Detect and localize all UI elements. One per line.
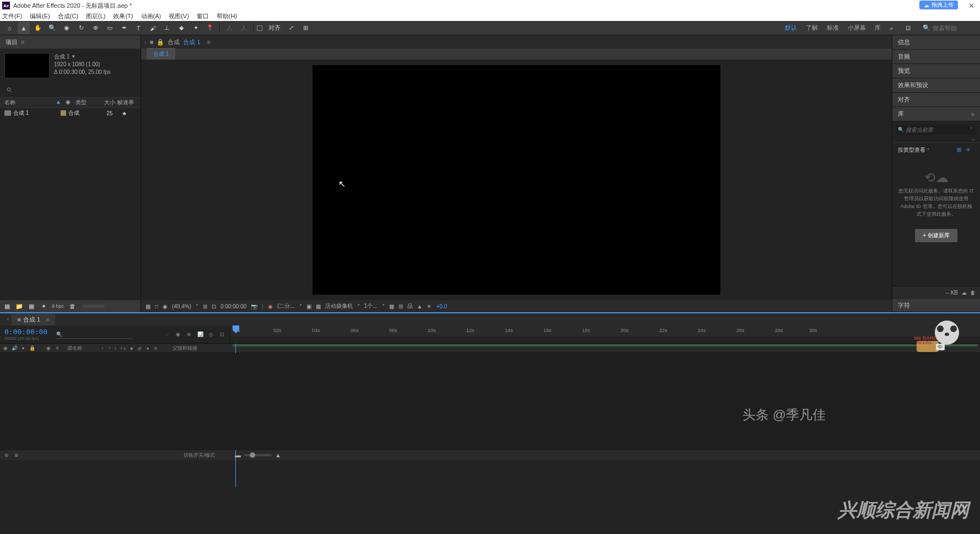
mask-icon[interactable]: ◉ [163, 303, 168, 309]
workspace-learn[interactable]: 了解 [806, 24, 818, 32]
comp-tab[interactable]: 合成 1 [147, 48, 175, 60]
menu-effect[interactable]: 效果(T) [113, 12, 133, 20]
dim2-icon[interactable]: 人 [238, 22, 250, 34]
composition-canvas[interactable] [313, 65, 720, 295]
chevron-down-icon[interactable]: ▼ [71, 53, 76, 61]
menu-edit[interactable]: 编辑(E) [30, 12, 50, 20]
work-area-bar[interactable] [233, 344, 978, 346]
guides-icon[interactable]: ⊡ [212, 303, 216, 309]
panel-audio[interactable]: 音频 [892, 50, 980, 64]
snap-icon[interactable]: ⤢ [285, 22, 297, 34]
zoom-value[interactable]: (49.4%) [172, 303, 191, 309]
list-view-icon[interactable]: ≡ [967, 147, 974, 153]
zoom-tool-icon[interactable]: 🔍 [46, 22, 58, 34]
pixel-icon[interactable]: ▦ [389, 303, 394, 309]
col-size[interactable]: 大小 [99, 99, 115, 106]
col-label-icon[interactable]: ◉ [66, 99, 76, 106]
resolution-dropdown[interactable]: (二分... [277, 302, 295, 310]
3d-icon[interactable]: 品 [407, 302, 413, 310]
chevron-down-icon[interactable]: ˅ [357, 303, 360, 309]
panel-menu-icon[interactable]: ≡ [46, 316, 49, 323]
speaker-icon[interactable]: 🔊 [11, 345, 18, 351]
toggle2-icon[interactable]: ⊕ [14, 452, 19, 458]
project-item-row[interactable]: 合成 1 合成 25 ♣ [0, 108, 141, 118]
library-search-input[interactable] [896, 125, 977, 135]
workspace-small[interactable]: 小屏幕 [848, 24, 866, 32]
roto-tool-icon[interactable]: ✦ [190, 22, 202, 34]
newcomp-icon[interactable]: ▦ [28, 302, 35, 310]
col-type[interactable]: 类型 [76, 99, 99, 106]
chevron-down-icon[interactable]: ˅ [382, 303, 385, 309]
interpret-icon[interactable]: ▦ [3, 302, 11, 310]
panel-character[interactable]: 字符 [892, 299, 980, 312]
lock-icon[interactable]: 🔒 [157, 39, 164, 46]
color-icon[interactable]: ◉ [268, 303, 273, 309]
lib-browse-label[interactable]: 按类型查看 [898, 146, 925, 154]
zoom-in-icon[interactable]: ▲ [275, 452, 281, 458]
timeline-zoom-slider[interactable]: ▬ ▲ [235, 452, 281, 458]
create-library-button[interactable]: + 创建新库 [915, 229, 957, 242]
number-icon[interactable]: # [54, 345, 61, 351]
transparent-icon[interactable]: ▦ [316, 303, 321, 309]
folder-icon[interactable]: 📁 [15, 302, 23, 310]
menu-view[interactable]: 视图(V) [169, 12, 189, 20]
render-icon[interactable]: ⊡ [219, 331, 225, 338]
puppet-tool-icon[interactable]: 📍 [204, 22, 216, 34]
project-panel-header[interactable]: 项目 ≡ [0, 35, 141, 49]
eye-icon[interactable]: ◉ [2, 345, 9, 351]
menu-file[interactable]: 文件(F) [2, 12, 22, 20]
sync-icon[interactable]: ☁ [961, 290, 967, 296]
breadcrumb-active[interactable]: 合成 1 [183, 38, 200, 46]
camera-label[interactable]: 活动摄像机 [325, 302, 353, 310]
motion-blur-icon[interactable]: ⊕ [186, 331, 192, 338]
grid-view-icon[interactable]: ⊞ [957, 147, 965, 153]
help-search-input[interactable] [933, 25, 977, 31]
chevron-down-icon[interactable]: ˅ [970, 127, 972, 132]
menu-animation[interactable]: 动画(A) [141, 12, 161, 20]
flow-icon[interactable]: ■ [150, 39, 154, 45]
panel-menu-icon[interactable]: ≡ [21, 39, 24, 45]
comp-thumbnail[interactable] [4, 53, 50, 78]
col-source-name[interactable]: 源名称 [67, 345, 82, 352]
timeline-timecode[interactable]: 0:00:00:00 [4, 328, 50, 336]
align-checkbox[interactable] [257, 25, 262, 31]
workspace-default[interactable]: 默认 [785, 24, 797, 32]
panel-effects[interactable]: 效果和预设 [892, 78, 980, 93]
fast-icon[interactable]: ⊞ [399, 303, 403, 309]
timeline-tracks[interactable] [230, 353, 980, 450]
col-tag-icon[interactable]: ▲ [56, 99, 66, 106]
dim1-icon[interactable]: 人 [223, 22, 235, 34]
pen-tool-icon[interactable]: ✒ [118, 22, 130, 34]
eraser-tool-icon[interactable]: ◆ [175, 22, 187, 34]
snap2-icon[interactable]: ⊞ [299, 22, 311, 34]
timeline-layers-list[interactable] [0, 353, 230, 450]
menu-layer[interactable]: 图层(L) [86, 12, 105, 20]
close-icon[interactable]: ✕ [968, 2, 974, 10]
upload-badge[interactable]: ☁ 拖拽上传 [919, 1, 958, 9]
viewer-canvas-area[interactable]: ↖ [141, 60, 892, 300]
text-tool-icon[interactable]: T [132, 22, 144, 34]
project-search-input[interactable] [4, 85, 136, 95]
snapshot-icon[interactable]: 📷 [251, 303, 257, 309]
chevron-down-icon[interactable]: ˅ [196, 303, 198, 309]
alpha-icon[interactable]: ▦ [146, 303, 150, 309]
solo-icon[interactable]: ● [20, 345, 26, 351]
views-dropdown[interactable]: 1个... [364, 302, 378, 310]
col-parent[interactable]: 父级和链接 [173, 345, 197, 352]
workspace-more[interactable]: » [890, 25, 893, 31]
region-icon[interactable]: ▣ [306, 303, 311, 309]
home-icon[interactable]: ⌂ [3, 22, 15, 34]
panel-library[interactable]: 库 ≡ [892, 107, 980, 121]
draft3d-icon[interactable]: ◎ [208, 331, 214, 338]
channel-icon[interactable]: □ [155, 303, 158, 309]
panel-info[interactable]: 信息 [892, 35, 980, 50]
timeline-search-input[interactable] [56, 330, 133, 339]
lock-icon[interactable]: 🔒 [29, 345, 35, 351]
frame-blend-icon[interactable]: ◉ [175, 331, 181, 338]
menu-help[interactable]: 帮助(H) [217, 12, 237, 20]
menu-composition[interactable]: 合成(C) [58, 12, 78, 20]
bpc-value[interactable]: 8 bpc [52, 303, 64, 309]
trash-icon[interactable]: 🗑 [970, 290, 976, 296]
panel-align[interactable]: 对齐 [892, 93, 980, 107]
panel-menu-icon[interactable]: ≡ [207, 39, 211, 45]
